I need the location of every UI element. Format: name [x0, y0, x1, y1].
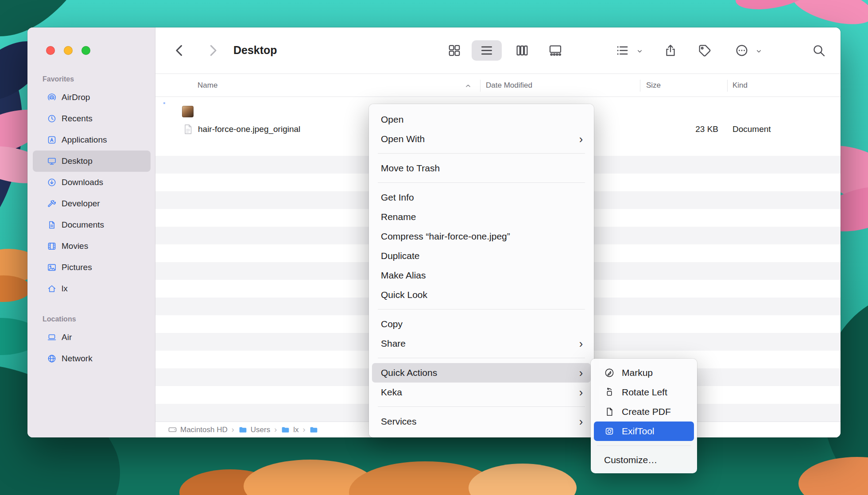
downloads-icon: [47, 178, 57, 187]
toolbar: Desktop: [155, 27, 841, 73]
context-menu: Open Open With› Move to Trash Get Info R…: [369, 104, 594, 437]
menu-item-share[interactable]: Share›: [372, 334, 591, 353]
path-crumb-label: lx: [293, 425, 298, 434]
menu-item-label: Keka: [381, 387, 402, 397]
sidebar-item-movies[interactable]: Movies: [33, 236, 151, 257]
sidebar-item-label: Network: [62, 354, 93, 364]
path-crumb-lx[interactable]: lx: [281, 425, 298, 434]
sidebar-item-label: Downloads: [62, 178, 103, 187]
menu-item-label: Open: [381, 114, 403, 124]
sidebar-item-recents[interactable]: Recents: [33, 108, 151, 129]
menu-separator: [378, 309, 585, 309]
menu-item-services[interactable]: Services›: [372, 412, 591, 431]
sidebar-item-downloads[interactable]: Downloads: [33, 172, 151, 193]
submenu-item-markup[interactable]: Markup: [594, 363, 694, 383]
column-kind[interactable]: Kind: [732, 81, 748, 90]
menu-item-rename[interactable]: Rename: [372, 207, 591, 227]
airdrop-icon: [47, 93, 57, 102]
menu-item-quick-look[interactable]: Quick Look: [372, 285, 591, 305]
submenu-item-label: Customize…: [604, 455, 657, 465]
sidebar-item-applications[interactable]: Applications: [33, 129, 151, 151]
sidebar-item-label: lx: [62, 284, 68, 294]
markup-icon: [604, 367, 615, 378]
submenu-item-rotate-left[interactable]: Rotate Left: [594, 383, 694, 402]
search-button[interactable]: [812, 43, 826, 58]
submenu-item-exiftool[interactable]: ExifTool: [594, 422, 694, 441]
desktop-icon: [47, 156, 57, 166]
tag-button[interactable]: [698, 43, 712, 58]
sidebar-item-airdrop[interactable]: AirDrop: [33, 87, 151, 108]
menu-item-label: Compress “hair-force-one.jpeg”: [381, 231, 510, 241]
back-button[interactable]: [172, 43, 187, 58]
column-date-modified[interactable]: Date Modified: [486, 81, 532, 90]
film-icon: [47, 241, 57, 251]
column-view-button[interactable]: [515, 43, 529, 58]
sidebar-item-desktop[interactable]: Desktop: [33, 151, 151, 172]
hammer-icon: [47, 199, 57, 209]
menu-item-label: Open With: [381, 134, 425, 144]
menu-item-move-to-trash[interactable]: Move to Trash: [372, 159, 591, 178]
column-divider[interactable]: [640, 80, 640, 92]
gallery-view-button[interactable]: [548, 43, 562, 58]
folder-icon: [238, 425, 248, 434]
menu-separator: [378, 358, 585, 358]
path-crumb-truncated[interactable]: [309, 425, 322, 434]
zoom-button[interactable]: [81, 46, 90, 55]
menu-item-label: Move to Trash: [381, 163, 440, 173]
sidebar-item-network[interactable]: Network: [33, 348, 151, 369]
submenu-chevron-icon: ›: [579, 383, 583, 402]
path-crumb-label: Macintosh HD: [180, 425, 228, 434]
column-divider[interactable]: [727, 80, 728, 92]
menu-item-copy[interactable]: Copy: [372, 314, 591, 334]
menu-item-open[interactable]: Open: [372, 110, 591, 129]
path-crumb-macintosh-hd[interactable]: Macintosh HD: [168, 425, 228, 434]
desktop: Favorites AirDrop Recents Applications D…: [0, 0, 868, 495]
sidebar-item-home[interactable]: lx: [33, 278, 151, 299]
group-by-button[interactable]: [615, 43, 629, 58]
sidebar-item-label: Desktop: [62, 156, 93, 166]
sidebar-item-documents[interactable]: Documents: [33, 214, 151, 236]
column-name[interactable]: Name: [198, 81, 217, 90]
share-button[interactable]: [663, 43, 678, 58]
path-crumb-label: Users: [251, 425, 270, 434]
image-thumbnail: [182, 106, 194, 117]
menu-item-label: Make Alias: [381, 270, 426, 280]
menu-item-get-info[interactable]: Get Info: [372, 188, 591, 207]
more-actions-button[interactable]: [735, 43, 749, 58]
submenu-item-customize[interactable]: Customize…: [594, 450, 694, 470]
menu-item-label: Copy: [381, 319, 403, 329]
laptop-icon: [47, 333, 57, 342]
sidebar-item-label: Pictures: [62, 263, 92, 272]
quick-actions-submenu: Markup Rotate Left Create PDF ExifTool C…: [591, 359, 697, 473]
file-name: hair-force-one.jpeg: [198, 103, 274, 120]
sidebar-item-developer[interactable]: Developer: [33, 193, 151, 214]
menu-item-compress[interactable]: Compress “hair-force-one.jpeg”: [372, 227, 591, 246]
menu-item-open-with[interactable]: Open With›: [372, 129, 591, 149]
sidebar-item-pictures[interactable]: Pictures: [33, 257, 151, 278]
path-chevron-icon: ›: [274, 425, 277, 434]
path-crumb-users[interactable]: Users: [238, 425, 270, 434]
submenu-item-label: Rotate Left: [622, 387, 667, 398]
submenu-item-create-pdf[interactable]: Create PDF: [594, 402, 694, 422]
forward-button[interactable]: [205, 43, 220, 58]
column-size[interactable]: Size: [646, 81, 661, 90]
menu-separator: [597, 445, 691, 446]
menu-item-keka[interactable]: Keka›: [372, 383, 591, 402]
menu-item-label: Get Info: [381, 192, 414, 202]
menu-item-label: Rename: [381, 212, 416, 222]
menu-item-duplicate[interactable]: Duplicate: [372, 246, 591, 266]
menu-separator: [378, 153, 585, 154]
close-button[interactable]: [46, 46, 55, 55]
drive-icon: [168, 425, 177, 434]
sidebar-item-air[interactable]: Air: [33, 327, 151, 348]
minimize-button[interactable]: [64, 46, 73, 55]
icon-view-button[interactable]: [447, 43, 461, 58]
menu-item-quick-actions[interactable]: Quick Actions›: [372, 363, 591, 383]
rotate-left-icon: [604, 387, 615, 398]
column-divider[interactable]: [480, 80, 480, 92]
menu-item-label: Quick Look: [381, 290, 427, 300]
sidebar-item-label: AirDrop: [62, 93, 90, 102]
document-file-icon: [182, 124, 194, 135]
menu-item-make-alias[interactable]: Make Alias: [372, 266, 591, 285]
list-view-button[interactable]: [472, 40, 502, 61]
